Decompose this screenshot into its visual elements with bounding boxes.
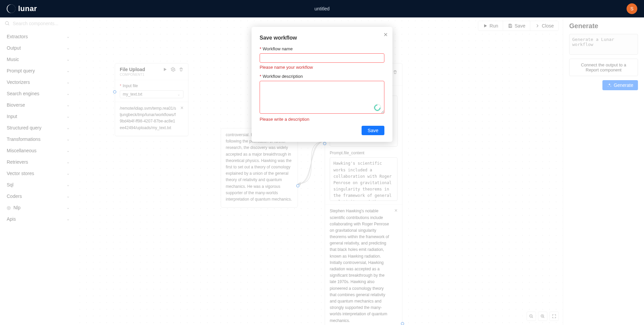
workflow-name-input[interactable] — [260, 53, 384, 63]
modal-save-button[interactable]: Save — [362, 126, 384, 135]
workflow-name-error: Please name your workflow — [260, 65, 384, 70]
workflow-description-label: *Workflow description — [260, 74, 384, 79]
grammarly-icon — [374, 104, 381, 111]
workflow-description-error: Please write a description — [260, 117, 384, 122]
modal-title: Save workflow — [260, 35, 384, 41]
workflow-title: untitled — [314, 6, 329, 11]
brand-name: lunar — [18, 4, 37, 13]
moon-icon — [7, 4, 15, 13]
workflow-description-input[interactable] — [260, 81, 384, 114]
modal-close-icon[interactable]: ✕ — [383, 32, 388, 38]
brand-logo: lunar — [7, 4, 37, 13]
app-header: lunar untitled S — [0, 0, 644, 17]
save-workflow-modal: ✕ Save workflow *Workflow name Please na… — [252, 27, 392, 142]
user-avatar[interactable]: S — [627, 3, 637, 14]
workflow-name-label: *Workflow name — [260, 46, 384, 51]
